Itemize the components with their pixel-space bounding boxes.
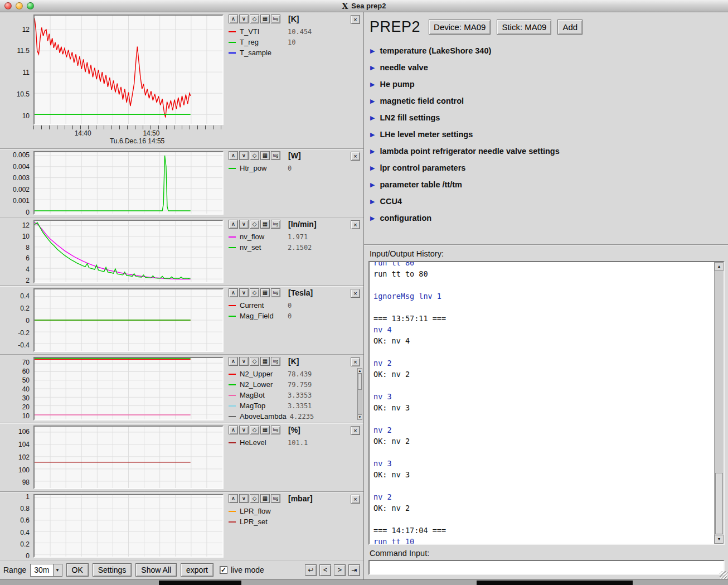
log-scale-button[interactable]: log: [271, 426, 280, 434]
close-chart-button[interactable]: ×: [351, 152, 360, 161]
zoom-mode-button[interactable]: ▦: [260, 220, 270, 229]
settings-button[interactable]: Settings: [93, 563, 132, 577]
legend-series-row[interactable]: T_sample: [229, 47, 361, 58]
zoom-mode-button[interactable]: ▦: [260, 357, 270, 366]
scale-up-button[interactable]: ∧: [229, 220, 238, 229]
legend-series-row[interactable]: Current0: [229, 300, 361, 311]
autoscale-button[interactable]: ◇: [250, 288, 259, 297]
plot-area[interactable]: [33, 220, 224, 283]
legend-series-row[interactable]: LPR_flow: [229, 506, 361, 516]
scroll-up-icon[interactable]: ▲: [358, 369, 362, 374]
log-scale-button[interactable]: log: [271, 494, 280, 503]
legend-series-row[interactable]: MagBot3.3353: [229, 390, 361, 400]
command-input[interactable]: [368, 560, 725, 575]
tree-item-0[interactable]: ▶temperature (LakeShore 340): [370, 42, 728, 59]
legend-series-row[interactable]: T_reg10: [229, 37, 361, 47]
tree-item-6[interactable]: ▶lambda point refrigerator needle valve …: [370, 143, 728, 159]
legend-series-row[interactable]: AboveLambda4.2235: [229, 411, 361, 422]
scrollbar-thumb[interactable]: [358, 374, 362, 390]
legend-series-row[interactable]: Mag_Field0: [229, 311, 361, 321]
scrollbar-thumb[interactable]: [715, 473, 723, 534]
log-scale-button[interactable]: log: [271, 357, 280, 366]
scale-down-button[interactable]: ∨: [239, 14, 249, 23]
tree-item-9[interactable]: ▶CCU4: [370, 193, 728, 210]
plot-area[interactable]: [33, 288, 224, 352]
scrollbar-track[interactable]: [358, 374, 362, 414]
ok-button[interactable]: OK: [66, 563, 89, 577]
log-scale-button[interactable]: log: [271, 220, 280, 229]
scale-down-button[interactable]: ∨: [239, 288, 249, 297]
autoscale-button[interactable]: ◇: [250, 426, 259, 434]
scale-up-button[interactable]: ∧: [229, 288, 238, 297]
return-button[interactable]: ↩: [305, 564, 317, 576]
scale-up-button[interactable]: ∧: [229, 426, 238, 434]
zoom-mode-button[interactable]: ▦: [260, 494, 270, 503]
go-latest-button[interactable]: ⇥: [348, 564, 360, 576]
zoom-mode-button[interactable]: ▦: [260, 151, 270, 160]
legend-series-row[interactable]: nv_flow1.971: [229, 231, 361, 242]
close-chart-button[interactable]: ×: [351, 357, 360, 366]
legend-series-row[interactable]: MagTop3.3351: [229, 400, 361, 411]
plot-area[interactable]: [33, 14, 224, 125]
io-history-content[interactable]: run tt 80run tt to 80 ignoreMsg lnv 1 ==…: [370, 262, 714, 544]
legend-series-row[interactable]: N2_Lower79.759: [229, 379, 361, 390]
scale-up-button[interactable]: ∧: [229, 357, 238, 366]
scale-down-button[interactable]: ∨: [239, 220, 249, 229]
page-left-button[interactable]: <: [319, 564, 331, 576]
plot-area[interactable]: [33, 357, 224, 420]
close-chart-button[interactable]: ×: [351, 495, 360, 504]
page-right-button[interactable]: >: [334, 564, 346, 576]
tree-item-10[interactable]: ▶configuration: [370, 210, 728, 226]
scroll-up-icon[interactable]: ▲: [715, 262, 724, 271]
autoscale-button[interactable]: ◇: [250, 220, 259, 229]
range-select[interactable]: 30m ▼: [30, 564, 62, 577]
close-window-button[interactable]: [4, 2, 12, 9]
zoom-window-button[interactable]: [27, 2, 34, 9]
scroll-down-icon[interactable]: ▼: [358, 414, 362, 419]
autoscale-button[interactable]: ◇: [250, 14, 259, 23]
legend-series-row[interactable]: LPR_set: [229, 516, 361, 527]
autoscale-button[interactable]: ◇: [250, 357, 259, 366]
zoom-mode-button[interactable]: ▦: [260, 426, 270, 434]
scale-down-button[interactable]: ∨: [239, 426, 249, 434]
scale-down-button[interactable]: ∨: [239, 494, 249, 503]
log-scale-button[interactable]: log: [271, 151, 280, 160]
close-chart-button[interactable]: ×: [351, 220, 360, 229]
history-scrollbar[interactable]: ▲ ▼: [714, 262, 724, 544]
add-button[interactable]: Add: [557, 20, 583, 35]
tree-item-3[interactable]: ▶magnetic field control: [370, 93, 728, 109]
plot-area[interactable]: [33, 151, 224, 215]
legend-series-row[interactable]: T_VTI10.454: [229, 26, 361, 37]
log-scale-button[interactable]: log: [271, 288, 280, 297]
scrollbar-track[interactable]: [715, 271, 724, 535]
legend-series-row[interactable]: nv_set2.1502: [229, 242, 361, 253]
live-mode-checkbox[interactable]: ✓: [220, 566, 227, 574]
close-chart-button[interactable]: ×: [351, 15, 360, 24]
tree-item-4[interactable]: ▶LN2 fill settings: [370, 109, 728, 126]
autoscale-button[interactable]: ◇: [250, 494, 259, 503]
autoscale-button[interactable]: ◇: [250, 151, 259, 160]
title-bar[interactable]: X Sea prep2: [0, 0, 728, 12]
tree-item-2[interactable]: ▶He pump: [370, 76, 728, 93]
stick-button[interactable]: Stick: MA09: [497, 20, 551, 35]
log-scale-button[interactable]: log: [271, 14, 280, 23]
legend-scrollbar[interactable]: ▲▼: [357, 368, 362, 420]
device-button[interactable]: Device: MA09: [429, 20, 491, 35]
tree-item-5[interactable]: ▶LHe level meter settings: [370, 126, 728, 143]
tree-item-1[interactable]: ▶needle valve: [370, 59, 728, 76]
zoom-mode-button[interactable]: ▦: [260, 14, 270, 23]
legend-series-row[interactable]: HeLevel101.1: [229, 437, 361, 448]
legend-series-row[interactable]: Htr_pow0: [229, 163, 361, 173]
plot-area[interactable]: [33, 426, 224, 489]
zoom-mode-button[interactable]: ▦: [260, 288, 270, 297]
close-chart-button[interactable]: ×: [351, 426, 360, 435]
close-chart-button[interactable]: ×: [351, 289, 360, 298]
scale-up-button[interactable]: ∧: [229, 494, 238, 503]
scale-down-button[interactable]: ∨: [239, 357, 249, 366]
scroll-down-icon[interactable]: ▼: [715, 535, 724, 544]
export-button[interactable]: export: [181, 563, 213, 577]
legend-series-row[interactable]: N2_Upper78.439: [229, 369, 361, 379]
tree-item-7[interactable]: ▶lpr control parameters: [370, 159, 728, 176]
scale-down-button[interactable]: ∨: [239, 151, 249, 160]
io-history-box[interactable]: run tt 80run tt to 80 ignoreMsg lnv 1 ==…: [368, 261, 725, 545]
